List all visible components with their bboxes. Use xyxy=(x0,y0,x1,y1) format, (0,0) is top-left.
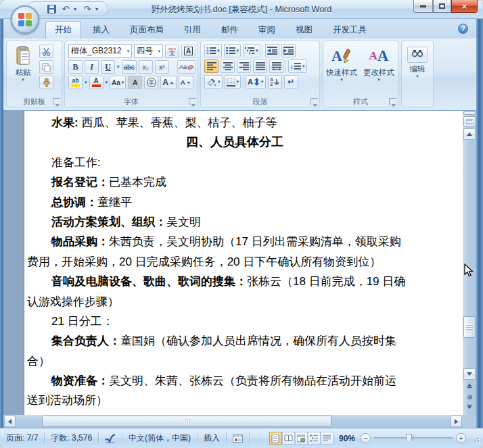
select-browse-object-button[interactable] xyxy=(463,392,476,401)
doc-line: 物资准备：吴文明、朱茜、张栋云（负责将所有物品在活动开始前运 xyxy=(27,371,463,391)
increase-indent-button[interactable] xyxy=(281,44,296,57)
tab-developer[interactable]: 开发工具 xyxy=(324,21,375,39)
sort-button[interactable]: A Z xyxy=(268,75,282,89)
cut-button[interactable] xyxy=(39,45,53,58)
highlight-dropdown-icon[interactable]: ▾ xyxy=(85,80,87,84)
enclose-characters-icon: 字 xyxy=(147,78,156,87)
text-highlight-button[interactable]: ab xyxy=(68,76,83,89)
enclose-characters-button[interactable]: 字 xyxy=(144,76,158,89)
zoom-slider-thumb[interactable] xyxy=(406,434,412,443)
quick-styles-button[interactable]: A 快速样式 ▾ xyxy=(325,43,359,82)
align-center-button[interactable] xyxy=(221,59,235,73)
align-right-button[interactable] xyxy=(237,59,251,73)
asian-layout-dropdown-icon: ▾ xyxy=(261,80,264,84)
styles-dialog-launcher[interactable] xyxy=(389,98,396,105)
tab-references[interactable]: 引用 xyxy=(175,21,210,39)
phonetic-guide-button[interactable]: wén 文 xyxy=(165,45,179,58)
clipboard-dialog-launcher[interactable] xyxy=(53,98,60,105)
tab-view[interactable]: 视图 xyxy=(287,21,321,39)
decrease-indent-button[interactable] xyxy=(265,44,279,57)
justify-button[interactable] xyxy=(253,59,267,73)
restore-button[interactable] xyxy=(433,0,451,13)
tab-mailings[interactable]: 邮件 xyxy=(212,21,247,39)
align-left-icon xyxy=(207,62,216,70)
tab-review[interactable]: 审阅 xyxy=(250,21,284,39)
tab-insert[interactable]: 插入 xyxy=(84,21,118,39)
view-ruler-button[interactable] xyxy=(463,116,476,127)
tab-page-layout[interactable]: 页面布局 xyxy=(121,21,172,39)
scroll-down-button[interactable] xyxy=(463,368,476,380)
minimize-button[interactable] xyxy=(413,0,433,13)
show-hide-marks-button[interactable]: ↵ xyxy=(284,75,298,89)
full-screen-reading-view-button[interactable] xyxy=(282,432,295,445)
zoom-level[interactable]: 90% xyxy=(339,434,355,443)
superscript-button[interactable]: x² xyxy=(155,60,169,74)
resize-grip[interactable] xyxy=(472,435,479,442)
next-page-button[interactable] xyxy=(463,402,476,412)
clear-formatting-button[interactable]: Aa xyxy=(177,60,196,74)
paragraph-dialog-launcher[interactable] xyxy=(310,98,318,105)
shrink-font-button[interactable]: A xyxy=(179,76,193,89)
spell-check-status[interactable] xyxy=(99,428,122,448)
tab-home[interactable]: 开始 xyxy=(45,21,81,39)
scroll-left-button[interactable] xyxy=(4,416,16,427)
underline-button[interactable]: U xyxy=(101,60,115,74)
scroll-up-button[interactable] xyxy=(463,128,476,140)
page-indicator[interactable]: 页面: 7/7 xyxy=(0,428,44,448)
bullets-button[interactable]: ▾ xyxy=(204,44,222,57)
format-painter-button[interactable] xyxy=(39,76,53,89)
vertical-scroll-thumb[interactable] xyxy=(463,316,476,338)
macro-record-icon xyxy=(233,434,243,443)
multilevel-list-button[interactable]: ▾ xyxy=(243,44,260,57)
zoom-slider-track[interactable] xyxy=(373,437,453,439)
strikethrough-button[interactable]: abc xyxy=(122,60,137,74)
italic-button[interactable]: I xyxy=(85,60,99,74)
borders-button[interactable]: ▾ xyxy=(225,75,242,89)
align-left-button[interactable] xyxy=(204,59,218,73)
help-icon[interactable]: ? xyxy=(458,24,468,34)
language-indicator[interactable]: 中文(简体，中国) xyxy=(122,428,197,448)
web-layout-view-button[interactable] xyxy=(295,432,308,445)
change-case-button[interactable]: Aa▾ xyxy=(110,76,126,89)
insert-mode-indicator[interactable]: 插入 xyxy=(198,428,226,448)
macro-record-button[interactable] xyxy=(227,428,249,448)
font-color-button[interactable]: A xyxy=(89,76,104,89)
character-shading-button[interactable]: A xyxy=(128,76,142,89)
split-handle[interactable] xyxy=(463,111,476,115)
subscript-button[interactable]: x₂ xyxy=(139,60,153,74)
font-dialog-launcher[interactable] xyxy=(189,98,196,105)
shading-button[interactable]: ▾ xyxy=(204,75,223,89)
zoom-in-button[interactable]: + xyxy=(456,433,466,443)
horizontal-scrollbar[interactable] xyxy=(3,415,463,428)
close-button[interactable]: × xyxy=(451,0,478,13)
line-spacing-button[interactable]: ↕ ▾ xyxy=(288,59,307,73)
draft-view-button[interactable] xyxy=(321,432,334,445)
horizontal-scroll-thumb[interactable] xyxy=(42,416,331,427)
numbering-button[interactable]: ▾ xyxy=(224,44,242,57)
font-color-dropdown-icon[interactable]: ▾ xyxy=(106,80,108,84)
font-size-select[interactable]: 四号▾ xyxy=(134,44,163,58)
editing-button[interactable]: 编辑 ▾ xyxy=(403,44,432,79)
right-arrow-icon xyxy=(455,419,458,424)
asian-layout-button[interactable]: A ▾ xyxy=(246,75,265,89)
document-page[interactable]: 水果: 西瓜、苹果、香蕉、梨、桔子、柚子等 四、人员具体分工 准备工作: 报名登… xyxy=(24,111,463,415)
character-border-button[interactable]: A xyxy=(181,45,196,58)
doc-line: 合） xyxy=(27,351,463,371)
change-styles-button[interactable]: A A 更改样式 ▾ xyxy=(361,43,396,82)
vertical-scrollbar[interactable] xyxy=(463,111,476,415)
font-name-select[interactable]: 楷体_GB2312▾ xyxy=(68,44,132,58)
format-painter-icon xyxy=(42,78,51,87)
copy-button[interactable] xyxy=(39,60,53,74)
distribute-button[interactable] xyxy=(269,59,283,73)
grow-font-button[interactable]: A xyxy=(160,76,177,89)
outline-view-button[interactable] xyxy=(308,432,321,445)
print-layout-view-button[interactable] xyxy=(269,432,282,445)
scroll-right-button[interactable] xyxy=(451,416,462,427)
paste-button[interactable]: 粘贴 ▾ xyxy=(9,43,37,89)
bold-button[interactable]: B xyxy=(68,60,83,74)
underline-dropdown-icon[interactable]: ▾ xyxy=(117,65,120,69)
office-button[interactable] xyxy=(11,5,39,34)
zoom-out-button[interactable]: − xyxy=(361,433,371,443)
word-count[interactable]: 字数: 3,576 xyxy=(45,428,98,448)
previous-page-button[interactable] xyxy=(463,381,476,391)
